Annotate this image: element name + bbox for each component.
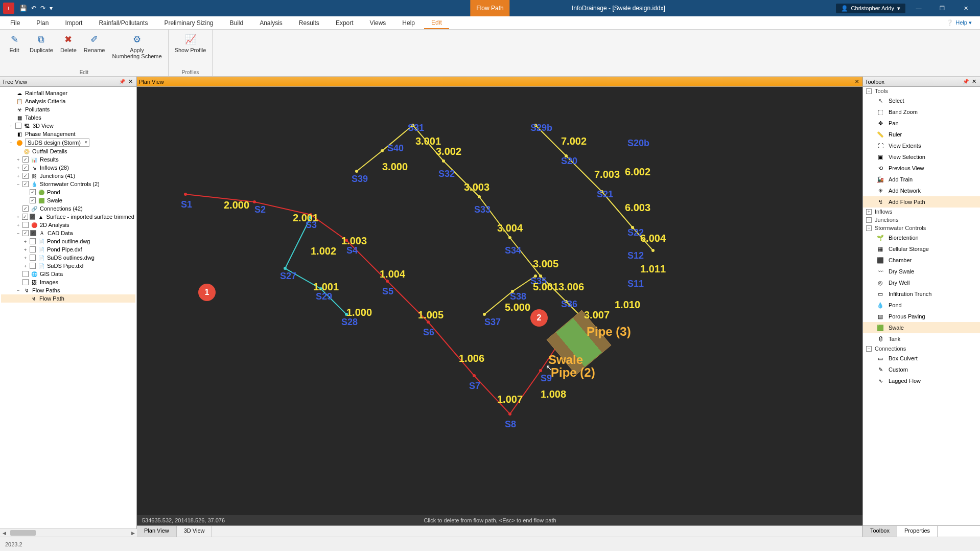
view-tab-3d-view[interactable]: 3D View (177, 526, 213, 537)
menu-preliminarysizing[interactable]: Preliminary Sizing (157, 17, 220, 29)
tristate-checkbox[interactable] (30, 214, 35, 220)
toolbox-view-extents[interactable]: ⛶View Extents (863, 140, 980, 151)
tree-node-outfall-details[interactable]: 📀Outfall Details (1, 147, 135, 155)
tree-node-2d-analysis[interactable]: +🔴2D Analysis (1, 221, 135, 229)
toolbox-cellular-storage[interactable]: ▦Cellular Storage (863, 243, 980, 255)
expand-icon[interactable]: − (866, 217, 872, 223)
tree-node-connections-42-[interactable]: 🔗Connections (42) (1, 204, 135, 213)
toolbox-group-tools[interactable]: −Tools (863, 87, 980, 95)
save-icon[interactable]: 💾 (19, 5, 27, 12)
tree-view-tree[interactable]: ☁Rainfall Manager📋Analysis Criteria☣Poll… (0, 87, 136, 537)
toolbox-dry-swale[interactable]: 〰Dry Swale (863, 266, 980, 277)
ribbon-apply-numbering-scheme[interactable]: ⚙ApplyNumbering Scheme (110, 32, 164, 68)
design-combo[interactable]: SuDS design (Storm) (25, 139, 89, 147)
scroll-left-icon[interactable]: ◀ (0, 529, 8, 537)
node-S9[interactable]: S9 (541, 373, 552, 384)
tree-node-pond-pipe-dxf[interactable]: +📄Pond Pipe.dxf (1, 245, 135, 254)
toolbox-custom[interactable]: ✎Custom (863, 364, 980, 375)
expand-icon[interactable]: + (8, 123, 14, 128)
toolbox-box-culvert[interactable]: ▭Box Culvert (863, 353, 980, 364)
toolbox-group-inflows[interactable]: +Inflows (863, 208, 980, 216)
node-S31[interactable]: S31 (408, 123, 424, 133)
ribbon-edit[interactable]: ✎Edit (4, 32, 25, 68)
expand-icon[interactable]: − (866, 346, 872, 352)
expand-icon[interactable]: + (15, 173, 21, 178)
tree-node-flow-paths[interactable]: −↯Flow Paths (1, 286, 135, 294)
node-S29[interactable]: S29 (316, 291, 332, 302)
toolbox-view-selection[interactable]: ▣View Selection (863, 151, 980, 163)
checkbox[interactable] (15, 123, 21, 129)
menu-plan[interactable]: Plan (29, 17, 56, 29)
tree-node-images[interactable]: 🖼Images (1, 278, 135, 286)
close-icon[interactable]: ✕ (127, 78, 134, 85)
node-S12[interactable]: S12 (627, 250, 644, 261)
node-S20b[interactable]: S20b (627, 138, 649, 149)
node-S4[interactable]: S4 (346, 245, 358, 256)
checkbox[interactable] (22, 271, 29, 277)
expand-icon[interactable]: − (15, 288, 21, 293)
scroll-thumb[interactable] (10, 530, 36, 536)
plan-close-icon[interactable]: ✕ (853, 79, 860, 84)
menu-help[interactable]: Help (395, 17, 422, 29)
toolbox-infiltration-trench[interactable]: ▭Infiltration Trench (863, 288, 980, 300)
node-S2[interactable]: S2 (254, 204, 266, 215)
toolbox-tank[interactable]: 🛢Tank (863, 333, 980, 345)
toolbox-band-zoom[interactable]: ⬚Band Zoom (863, 106, 980, 118)
minimize-button[interactable]: — (908, 2, 929, 14)
tree-node-junctions-41-[interactable]: +⛓Junctions (41) (1, 172, 135, 180)
node-S29b[interactable]: S29b (530, 123, 552, 133)
tristate-checkbox[interactable] (30, 230, 36, 236)
node-S28[interactable]: S28 (341, 317, 358, 328)
checkbox[interactable] (30, 246, 36, 252)
maximize-button[interactable]: ❐ (932, 2, 952, 14)
checkbox[interactable] (30, 238, 36, 244)
checkbox[interactable] (30, 263, 36, 269)
menu-file[interactable]: File (3, 17, 27, 29)
tree-node-surface-imported-surface-trimmed[interactable]: +▲Surface - imported surface trimmed (1, 213, 135, 221)
toolbox-group-stormwater-controls[interactable]: −Stormwater Controls (863, 224, 980, 232)
tree-node-inflows-28-[interactable]: +↘Inflows (28) (1, 164, 135, 172)
expand-icon[interactable]: + (22, 263, 28, 268)
tree-node-analysis-criteria[interactable]: 📋Analysis Criteria (1, 97, 135, 105)
toolbox-dry-well[interactable]: ◎Dry Well (863, 277, 980, 288)
tree-node-suds-pipe-dxf[interactable]: +📄SuDS Pipe.dxf (1, 262, 135, 270)
expand-icon[interactable]: − (866, 225, 872, 231)
toolbox-bioretention[interactable]: 🌱Bioretention (863, 232, 980, 243)
toolbox-pond[interactable]: 💧Pond (863, 300, 980, 311)
tree-node-tables[interactable]: ▦Tables (1, 113, 135, 122)
checkbox[interactable] (30, 189, 36, 195)
plan-view-canvas[interactable]: 1 2 ↖ S1S2S3S27S4S29S28S5S6S7S8S37S38S35… (137, 87, 862, 515)
expand-icon[interactable]: − (8, 140, 14, 145)
close-icon[interactable]: ✕ (970, 78, 978, 85)
node-S8[interactable]: S8 (505, 419, 516, 430)
node-S37[interactable]: S37 (484, 317, 501, 328)
menu-edit[interactable]: Edit (424, 17, 449, 29)
toolbox-tab-properties[interactable]: Properties (897, 526, 938, 537)
tree-node-swale[interactable]: 🟩Swale (1, 196, 135, 204)
expand-icon[interactable]: + (22, 239, 28, 244)
tree-node-gis-data[interactable]: 🌐GIS Data (1, 270, 135, 278)
view-tab-plan-view[interactable]: Plan View (137, 526, 177, 537)
user-chip[interactable]: 👤 Christopher Addy ▾ (836, 4, 905, 13)
expand-icon[interactable]: + (866, 209, 872, 215)
expand-icon[interactable]: + (15, 157, 21, 162)
expand-icon[interactable]: − (866, 88, 872, 94)
node-S6[interactable]: S6 (423, 327, 434, 338)
tree-node-suds-outlines-dwg[interactable]: +📄SuDS outlines.dwg (1, 254, 135, 262)
menu-views[interactable]: Views (363, 17, 393, 29)
toolbox-pan[interactable]: ✥Pan (863, 118, 980, 129)
checkbox[interactable] (22, 165, 29, 171)
help-link[interactable]: ❔Help ▾ (946, 19, 977, 26)
node-S1[interactable]: S1 (181, 199, 192, 210)
tree-node-suds-design-storm-[interactable]: −🟠SuDS design (Storm) (1, 138, 135, 147)
checkbox[interactable] (30, 255, 36, 261)
toolbox-previous-view[interactable]: ⟲Previous View (863, 163, 980, 174)
checkbox[interactable] (22, 156, 29, 163)
tree-node-pond[interactable]: 🟢Pond (1, 188, 135, 196)
checkbox[interactable] (22, 205, 29, 212)
node-S34[interactable]: S34 (505, 245, 521, 256)
checkbox[interactable] (22, 173, 29, 179)
expand-icon[interactable]: − (15, 231, 21, 236)
toolbox-tab-toolbox[interactable]: Toolbox (863, 526, 897, 537)
tree-node-results[interactable]: +📊Results (1, 155, 135, 164)
